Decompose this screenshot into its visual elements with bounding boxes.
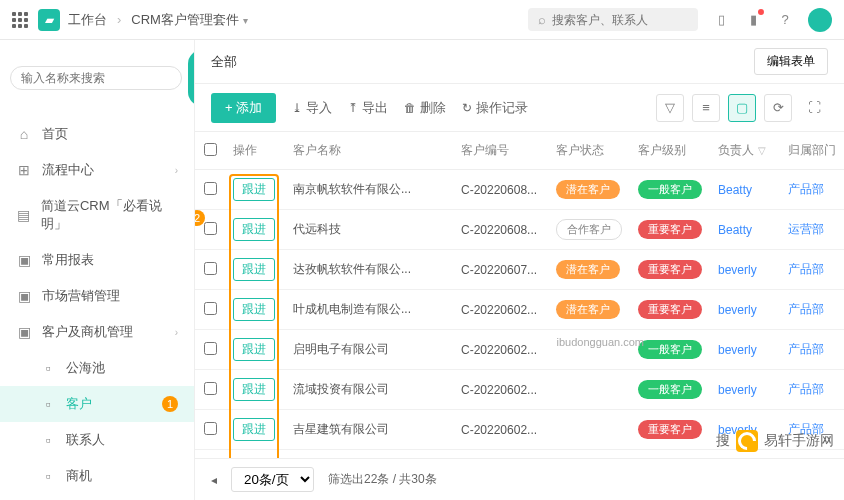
global-search-input[interactable] bbox=[552, 13, 702, 27]
filter-column-icon[interactable]: ▽ bbox=[758, 145, 766, 156]
row-checkbox[interactable] bbox=[204, 342, 217, 355]
sidebar-sub-item[interactable]: ▫商机 bbox=[0, 458, 194, 494]
nav-icon: ▤ bbox=[16, 207, 31, 223]
cell-owner[interactable]: beverly bbox=[710, 450, 780, 459]
cell-owner[interactable]: beverly bbox=[710, 330, 780, 370]
cell-owner[interactable]: beverly bbox=[710, 250, 780, 290]
cell-owner[interactable]: beverly bbox=[710, 290, 780, 330]
app-grid-icon[interactable] bbox=[12, 12, 28, 28]
crumb-workspace[interactable]: 工作台 bbox=[68, 11, 107, 29]
table-row[interactable]: 跟进 吉星建筑有限公司 C-20220602... 重要客户 beverly 产… bbox=[195, 410, 844, 450]
pager-prev[interactable]: ◂ bbox=[211, 473, 217, 487]
cell-dept[interactable]: 产品部 bbox=[780, 450, 844, 459]
select-all-checkbox[interactable] bbox=[204, 143, 217, 156]
view-list-icon[interactable]: ≡ bbox=[692, 94, 720, 122]
bookmark-icon[interactable]: ▯ bbox=[712, 11, 730, 29]
export-button[interactable]: ⤒导出 bbox=[348, 99, 388, 117]
import-button[interactable]: ⤓导入 bbox=[292, 99, 332, 117]
table-row[interactable]: 跟进 达孜帆软软件有限公... C-20220607... 潜在客户 重要客户 … bbox=[195, 250, 844, 290]
sub-label: 联系人 bbox=[66, 431, 105, 449]
row-checkbox[interactable] bbox=[204, 302, 217, 315]
cell-owner[interactable]: beverly bbox=[710, 370, 780, 410]
chevron-icon: › bbox=[175, 327, 178, 338]
column-header[interactable]: 客户级别 bbox=[630, 132, 710, 170]
new-button[interactable]: + 新建 bbox=[188, 50, 195, 106]
edit-form-button[interactable]: 编辑表单 bbox=[754, 48, 828, 75]
filter-icon[interactable]: ▽ bbox=[656, 94, 684, 122]
cell-level: 一般客户 bbox=[630, 330, 710, 370]
follow-button[interactable]: 跟进 bbox=[233, 258, 275, 281]
cell-owner[interactable]: Beatty bbox=[710, 170, 780, 210]
cell-dept[interactable]: 产品部 bbox=[780, 170, 844, 210]
add-button[interactable]: + 添加 bbox=[211, 93, 276, 123]
cell-dept[interactable]: 产品部 bbox=[780, 370, 844, 410]
sidebar-search-input[interactable] bbox=[10, 66, 182, 90]
sidebar-item[interactable]: ▤简道云CRM「必看说明」 bbox=[0, 188, 194, 242]
cell-level: 重要客户 bbox=[630, 450, 710, 459]
row-checkbox[interactable] bbox=[204, 262, 217, 275]
sidebar-sub-item[interactable]: ▫联系人 bbox=[0, 422, 194, 458]
column-header[interactable]: 客户编号 bbox=[453, 132, 548, 170]
sub-icon: ▫ bbox=[40, 468, 56, 484]
sub-icon: ▫ bbox=[40, 432, 56, 448]
refresh-icon[interactable]: ⟳ bbox=[764, 94, 792, 122]
cell-code: C-20220608... bbox=[453, 210, 548, 250]
follow-button[interactable]: 跟进 bbox=[233, 218, 275, 241]
cell-owner[interactable]: Beatty bbox=[710, 210, 780, 250]
global-search[interactable]: ⌕ bbox=[528, 8, 698, 31]
sidebar-item[interactable]: ▣客户及商机管理› bbox=[0, 314, 194, 350]
level-pill: 重要客户 bbox=[638, 260, 702, 279]
sidebar-sub-item[interactable]: ▫跟进计划 bbox=[0, 494, 194, 500]
sidebar-item[interactable]: ▣市场营销管理 bbox=[0, 278, 194, 314]
cell-dept[interactable]: 产品部 bbox=[780, 410, 844, 450]
sidebar-item[interactable]: ⌂首页 bbox=[0, 116, 194, 152]
help-icon[interactable]: ? bbox=[776, 11, 794, 29]
cell-dept[interactable]: 产品部 bbox=[780, 250, 844, 290]
notification-icon[interactable]: ▮ bbox=[744, 11, 762, 29]
table-row[interactable]: 跟进 代远科技 C-20220608... 合作客户 重要客户 Beatty 运… bbox=[195, 210, 844, 250]
user-avatar[interactable] bbox=[808, 8, 832, 32]
column-header[interactable]: 归属部门 bbox=[780, 132, 844, 170]
follow-button[interactable]: 跟进 bbox=[233, 378, 275, 401]
tab-all[interactable]: 全部 bbox=[211, 53, 237, 71]
table-row[interactable]: 跟进 示例：上海国仁有限... C-20220527... 潜在客户 重要客户 … bbox=[195, 450, 844, 459]
cell-dept[interactable]: 运营部 bbox=[780, 210, 844, 250]
sidebar-sub-item[interactable]: ▫客户1 bbox=[0, 386, 194, 422]
crumb-app[interactable]: CRM客户管理套件 bbox=[131, 11, 248, 29]
fullscreen-icon[interactable]: ⛶ bbox=[800, 94, 828, 122]
column-header[interactable]: 客户名称 bbox=[285, 132, 453, 170]
column-header[interactable]: 客户状态 bbox=[548, 132, 630, 170]
table-row[interactable]: 跟进 流域投资有限公司 C-20220602... 一般客户 beverly 产… bbox=[195, 370, 844, 410]
row-checkbox[interactable] bbox=[204, 222, 217, 235]
view-card-icon[interactable]: ▢ bbox=[728, 94, 756, 122]
column-header[interactable]: 负责人▽ bbox=[710, 132, 780, 170]
sidebar-sub-item[interactable]: ▫公海池 bbox=[0, 350, 194, 386]
cell-level: 重要客户 bbox=[630, 410, 710, 450]
follow-button[interactable]: 跟进 bbox=[233, 178, 275, 201]
export-icon: ⤒ bbox=[348, 101, 358, 115]
cell-status bbox=[548, 330, 630, 370]
follow-button[interactable]: 跟进 bbox=[233, 298, 275, 321]
delete-button[interactable]: 🗑删除 bbox=[404, 99, 446, 117]
row-checkbox[interactable] bbox=[204, 182, 217, 195]
cell-dept[interactable]: 产品部 bbox=[780, 290, 844, 330]
chevron-icon: › bbox=[175, 165, 178, 176]
column-header[interactable]: 操作 bbox=[225, 132, 285, 170]
cell-code: C-20220602... bbox=[453, 330, 548, 370]
sidebar-item[interactable]: ▣常用报表 bbox=[0, 242, 194, 278]
nav-label: 流程中心 bbox=[42, 161, 94, 179]
cell-owner[interactable]: beverly bbox=[710, 410, 780, 450]
row-checkbox[interactable] bbox=[204, 382, 217, 395]
nav-icon: ▣ bbox=[16, 252, 32, 268]
table-row[interactable]: 跟进 南京帆软软件有限公... C-20220608... 潜在客户 一般客户 … bbox=[195, 170, 844, 210]
page-size-select[interactable]: 20条/页 bbox=[231, 467, 314, 492]
log-button[interactable]: ↻操作记录 bbox=[462, 99, 528, 117]
cell-dept[interactable]: 产品部 bbox=[780, 330, 844, 370]
follow-button[interactable]: 跟进 bbox=[233, 418, 275, 441]
row-checkbox[interactable] bbox=[204, 422, 217, 435]
follow-button[interactable]: 跟进 bbox=[233, 338, 275, 361]
cell-name: 达孜帆软软件有限公... bbox=[285, 250, 453, 290]
sidebar-item[interactable]: ⊞流程中心› bbox=[0, 152, 194, 188]
table-row[interactable]: 跟进 启明电子有限公司 C-20220602... 一般客户 beverly 产… bbox=[195, 330, 844, 370]
table-row[interactable]: 跟进 叶成机电制造有限公... C-20220602... 潜在客户 重要客户 … bbox=[195, 290, 844, 330]
